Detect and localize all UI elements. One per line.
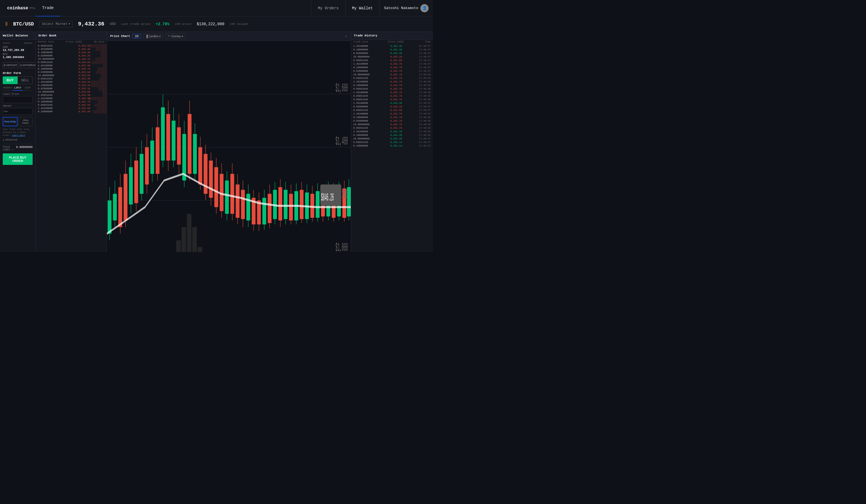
trade-history-row: 0.85851645 9,431.76 17:40:56 (351, 87, 433, 91)
header-right: My Orders My Wallet Satoshi Nakamoto 👤 (311, 0, 433, 16)
ask-row: 19.00000000 9,433.14 - (36, 57, 107, 61)
ob-my-size-header: My Size (94, 41, 104, 43)
overlay-button[interactable]: 〜 Overlay ▾ (165, 33, 185, 39)
svg-text:$1,600: $1,600 (335, 81, 348, 95)
candles-button[interactable]: ▐ Candles ▾ (143, 34, 163, 38)
trade-history-row: 1.45100000 9,431.76 17:40:56 (351, 80, 433, 83)
trade-tab[interactable]: Trade (36, 0, 60, 16)
trade-history-row: 19.00000000 9,432.36 17:40:57 (351, 137, 433, 141)
amount-input-row: Max BTC (3, 108, 33, 115)
wallet-balance-title: Wallet Balance (0, 32, 35, 40)
logo-text: coinbase (7, 6, 28, 11)
overlay-icon: 〜 (168, 34, 170, 38)
trade-history-row: 0.10000000 9,431.76 17:40:56 (351, 115, 433, 119)
candles-icon: ▐ (146, 35, 148, 38)
allow-maker-button[interactable]: Allow Maker (19, 117, 33, 126)
ask-row: 0.10000000 9,432.44 - (36, 110, 107, 113)
trade-history-row: 0.10000000 9,431.76 17:40:57 (351, 66, 433, 69)
user-section[interactable]: Satoshi Nakamoto 👤 (379, 0, 433, 16)
candles-label: Candles (148, 35, 159, 38)
select-market-btn[interactable]: Select Market ▼ (40, 21, 73, 27)
avatar: 👤 (420, 4, 429, 12)
limit-price-label: Limit Price (3, 93, 33, 96)
trade-history-panel: Trade History Trade Size Price (USD) Tim… (351, 32, 433, 252)
amount-input[interactable] (9, 108, 35, 114)
main-layout: Wallet Balance Asset Amount USD 13,737,2… (0, 32, 433, 252)
post-only-button[interactable]: Post Only (3, 117, 18, 126)
learn-more-link[interactable]: Learn more (12, 134, 25, 136)
trade-history-row: 1.45100000 9,432.36 17:40:57 (351, 101, 433, 105)
volume-label: 24h volume (230, 22, 248, 26)
withdraw-icon: ⊖ (20, 64, 22, 67)
logo: coinbase Pro (0, 4, 36, 12)
overlay-label: Overlay (171, 35, 181, 38)
withdraw-button[interactable]: ⊖ WITHDRAW (19, 62, 36, 68)
ask-row: 0.85851645 9,432.64 - (36, 103, 107, 107)
usd-label: USD (3, 46, 33, 49)
withdraw-label: WITHDRAW (23, 64, 36, 67)
trade-history-rows: 1.45100000 9,432.36 17:40:57 0.10000000 … (351, 44, 433, 252)
svg-text:$1,400: $1,400 (335, 134, 348, 148)
my-wallet-btn[interactable]: My Wallet (345, 0, 379, 16)
ask-row: 0.10000000 9,434.34 - (36, 51, 107, 54)
trade-history-row: 0.02000000 9,431.76 17:40:57 (351, 69, 433, 73)
post-only-row: Post Only Allow Maker (3, 117, 33, 126)
trade-history-row: 0.10000000 9,432.20 17:40:55 (351, 133, 433, 137)
ask-row: 19.00000000 9,433.54 - (36, 74, 107, 77)
trade-history-row: 0.85851645 9,431.89 17:40:57 (351, 109, 433, 112)
candles-chevron-icon: ▾ (159, 35, 160, 38)
my-orders-btn[interactable]: My Orders (311, 0, 345, 16)
btc-asset-row: BTC 1,456.3994684 (3, 53, 33, 59)
last-price: 9,432.36 (78, 21, 104, 27)
ob-market-size-header: Market Size (38, 41, 54, 43)
ob-price-header: Price (USD) (66, 41, 82, 43)
trade-history-row: 1.45100000 9,432.36 17:40:57 (351, 44, 433, 48)
expand-icon[interactable]: ⤢ (345, 34, 347, 38)
interval-1m-button[interactable]: 1M (132, 34, 141, 38)
trade-history-row: 0.10000000 9,432.36 17:40:57 (351, 48, 433, 52)
order-book-col-headers: Market Size Price (USD) My Size (36, 40, 107, 44)
trade-history-col-headers: Trade Size Price (USD) Time (351, 40, 433, 44)
deposit-button[interactable]: ⊕ DEPOSIT (3, 62, 18, 68)
limit-price-input[interactable] (3, 97, 35, 103)
ask-row: 0.02000000 9,433.24 - (36, 54, 107, 57)
ask-row: 1.45100000 9,434.44 - (36, 48, 107, 51)
total-label: Total (USD) = (3, 146, 16, 151)
buy-sell-tabs: BUY SELL (3, 76, 33, 84)
trade-history-row: 0.85851645 9,431.76 17:40:55 (351, 94, 433, 98)
ask-row: 0.85851645 9,433.44 - (36, 77, 107, 80)
trade-history-row: 0.10000000 9,432.14 17:40:57 (351, 144, 433, 148)
tab-market[interactable]: MARKET (3, 86, 13, 91)
ask-row: 1.45100000 9,433.34 - (36, 80, 107, 84)
svg-rect-2 (107, 41, 351, 252)
chart-title: Price Chart (110, 34, 130, 38)
svg-text:$1,000: $1,000 (335, 241, 348, 252)
amount-label: Amount (3, 105, 33, 108)
buy-button[interactable]: BUY (3, 76, 18, 84)
place-order-button[interactable]: PLACE BUY ORDER (3, 153, 33, 165)
trade-history-row: 1.45100000 9,431.76 17:40:57 (351, 112, 433, 115)
order-type-tabs: MARKET LIMIT STOP (3, 86, 33, 91)
advanced-label: Advanced (5, 138, 17, 141)
svg-rect-24 (187, 214, 191, 252)
trade-history-row: 0.02000000 9,431.76 17:40:56 (351, 119, 433, 123)
usd-asset-row: USD 13,737,284.08 (3, 46, 33, 52)
left-panel: Wallet Balance Asset Amount USD 13,737,2… (0, 32, 36, 252)
tab-limit[interactable]: LIMIT (13, 86, 22, 91)
btc-label: BTC (3, 53, 33, 56)
trade-history-row: 1.45100000 9,431.76 17:40:57 (351, 62, 433, 66)
username-label: Satoshi Nakamoto (384, 6, 418, 10)
sell-button[interactable]: SELL (18, 76, 33, 84)
limit-price-input-row: USD (3, 96, 33, 103)
advanced-toggle[interactable]: ∨ Advanced (3, 138, 33, 142)
svg-text:$846.26: $846.26 (321, 191, 334, 204)
order-form-title: Order Form (3, 71, 33, 75)
trade-history-row: 19.00000000 9,431.76 17:40:56 (351, 73, 433, 76)
svg-rect-22 (176, 240, 181, 252)
select-market-label: Select Market (42, 22, 68, 26)
total-row: Total (USD) = 0.00000000 (3, 144, 33, 151)
tab-stop[interactable]: STOP (23, 86, 33, 91)
ask-row: 0.10000000 9,432.74 - (36, 100, 107, 103)
trade-history-row: 0.10000000 9,431.76 17:40:56 (351, 83, 433, 87)
trade-history-row: 0.85851645 9,432.14 17:40:57 (351, 141, 433, 144)
